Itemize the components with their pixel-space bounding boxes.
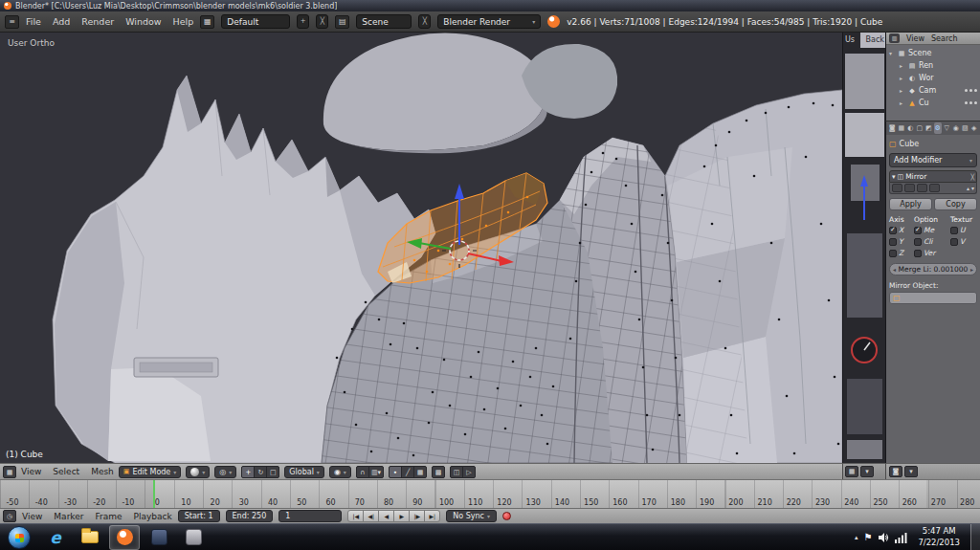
outliner-item-scene[interactable]: ▾ ▦ Scene [886, 47, 980, 59]
visibility-toggle-icons[interactable] [965, 101, 977, 104]
scene-icon[interactable]: ▤ [335, 15, 349, 29]
viewport-canvas[interactable] [0, 33, 842, 463]
render-engine-dropdown[interactable]: Blender Render ▾ [437, 14, 541, 29]
show-desktop-button[interactable] [970, 524, 980, 550]
vertex-select-icon[interactable]: ∙ [389, 466, 402, 478]
current-frame-field[interactable]: 1 [278, 510, 342, 522]
scene-dropdown[interactable]: Scene [356, 14, 412, 29]
properties-tab-icon[interactable]: ◈ [970, 122, 979, 134]
move-up-icon[interactable]: ▴ [967, 185, 969, 191]
start-button[interactable] [8, 526, 31, 549]
taskbar-app-icon-2[interactable] [178, 525, 209, 550]
axis-x-checkbox[interactable]: X [889, 226, 914, 234]
jump-to-end-button[interactable]: ▶| [424, 510, 440, 522]
scale-manipulator-icon[interactable]: □ [266, 466, 279, 478]
menu-item[interactable]: Render [81, 16, 114, 27]
expand-icon[interactable]: ▸ [900, 99, 905, 106]
properties-tab-icon[interactable]: ◐ [906, 122, 915, 134]
expand-icon[interactable]: ▾ [889, 50, 895, 56]
menu-item[interactable]: Select [53, 467, 79, 476]
properties-tab-icon[interactable]: ▽ [943, 122, 951, 134]
chevron-down-icon[interactable]: ▾ [860, 466, 874, 477]
add-layout-icon[interactable]: + [297, 14, 309, 29]
add-modifier-dropdown[interactable]: Add Modifier ▾ [889, 153, 977, 167]
expand-icon[interactable]: ▸ [900, 87, 905, 94]
3d-viewport[interactable]: User Ortho (1) Cube [0, 33, 842, 463]
translate-manipulator-icon[interactable]: + [241, 466, 255, 478]
mirror-object-field[interactable]: ▢ [889, 292, 977, 304]
properties-tab-icon[interactable]: ◙ [888, 122, 897, 134]
chevron-down-icon[interactable]: ▾ [904, 466, 918, 477]
occlude-geometry-icon[interactable]: ▩ [432, 466, 445, 478]
taskbar-clock[interactable]: 5:47 AM 7/22/2013 [913, 526, 965, 547]
editor-type-icon[interactable]: ▦ [845, 466, 858, 477]
proportional-edit-dropdown[interactable]: ◉ ▾ [329, 466, 351, 478]
properties-tab-icon[interactable]: ⚙ [934, 122, 943, 134]
menu-item[interactable]: View [21, 467, 41, 476]
taskbar-blender-icon[interactable] [109, 525, 140, 550]
option-vertexgroups-checkbox[interactable]: Ver [914, 249, 950, 257]
render-toggle-icon[interactable] [892, 184, 902, 192]
properties-tab-icon[interactable]: ◉ [952, 122, 961, 134]
texture-v-checkbox[interactable]: V [950, 237, 977, 246]
secondary-editor-strip[interactable]: Us Back [842, 33, 885, 463]
taskbar-app-icon-1[interactable] [144, 525, 174, 550]
snap-magnet-icon[interactable]: ∩ [356, 466, 369, 478]
option-merge-checkbox[interactable]: Me [914, 226, 950, 234]
frame-start-field[interactable]: Start: 1 [178, 510, 220, 522]
menu-item[interactable]: Help [173, 16, 194, 27]
viewport-toggle-icon[interactable] [904, 184, 915, 192]
editor-type-icon[interactable]: ▦ [3, 466, 16, 478]
play-button[interactable]: ▶ [393, 510, 410, 522]
outliner-item-renderlayers[interactable]: ▸ ▤ Ren [886, 59, 980, 72]
action-center-flag-icon[interactable]: ⚑ [863, 532, 872, 542]
expand-icon[interactable]: ▾ [892, 173, 896, 181]
menu-item[interactable]: Mesh [91, 467, 114, 476]
screen-layout-dropdown[interactable]: Default [221, 14, 290, 29]
editor-type-icon[interactable]: ◙ [889, 466, 902, 477]
merge-limit-field[interactable]: ◂ Merge Li: 0.001000 ▸ [889, 263, 977, 275]
editmode-toggle-icon[interactable] [917, 184, 927, 192]
copy-button[interactable]: Copy [934, 198, 977, 210]
outliner-view-menu[interactable]: View [906, 34, 924, 43]
outliner-item-camera[interactable]: ▸ ◆ Cam [886, 84, 980, 97]
taskbar-explorer-icon[interactable] [75, 525, 105, 550]
expand-icon[interactable]: ▸ [900, 75, 905, 81]
timeline-ruler[interactable]: -50-40-30-20-100102030405060708090100110… [0, 479, 980, 508]
menu-item[interactable]: File [26, 16, 41, 27]
menu-item[interactable]: Marker [54, 512, 83, 521]
increment-icon[interactable]: ▸ [970, 266, 973, 273]
sync-dropdown[interactable]: No Sync ▾ [446, 510, 497, 522]
editor-type-icon[interactable]: ◷ [3, 510, 16, 522]
apply-button[interactable]: Apply [889, 198, 932, 210]
axis-z-checkbox[interactable]: Z [889, 249, 914, 257]
snap-element-dropdown[interactable]: ▥▾ [368, 466, 384, 478]
hidden-icons-chevron[interactable]: ▴ [855, 534, 858, 541]
properties-tab-icon[interactable]: ▢ [916, 122, 924, 134]
prev-keyframe-button[interactable]: ◀| [363, 510, 379, 522]
face-select-icon[interactable]: ▦ [413, 466, 427, 478]
edge-select-icon[interactable]: ╱ [401, 466, 414, 478]
menu-item[interactable]: Playback [134, 512, 172, 521]
decrement-icon[interactable]: ◂ [893, 266, 896, 273]
axis-y-checkbox[interactable]: Y [889, 237, 914, 246]
frame-end-field[interactable]: End: 250 [226, 510, 274, 522]
taskbar-ie-icon[interactable]: e [40, 525, 71, 550]
opengl-render-icon[interactable]: ◫ [450, 466, 463, 478]
screen-layout-icon[interactable]: ▦ [200, 15, 214, 29]
menu-item[interactable]: Window [125, 16, 161, 27]
visibility-toggle-icons[interactable] [965, 89, 977, 92]
auto-keyframe-record-button[interactable] [502, 512, 511, 520]
delete-layout-icon[interactable]: ╳ [316, 14, 328, 29]
option-clipping-checkbox[interactable]: Cli [914, 237, 950, 246]
editor-type-icon[interactable]: ≡ [5, 15, 19, 29]
volume-icon[interactable] [878, 532, 889, 543]
cage-toggle-icon[interactable] [929, 184, 940, 192]
orientation-dropdown[interactable]: Global ▾ [284, 466, 324, 478]
network-icon[interactable] [895, 532, 907, 543]
properties-tab-icon[interactable]: ◩ [924, 122, 933, 134]
expand-icon[interactable]: ▸ [900, 62, 905, 69]
editor-type-icon[interactable]: ▥ [889, 33, 900, 43]
menu-item[interactable]: View [22, 512, 42, 521]
opengl-render-anim-icon[interactable]: ▷ [462, 466, 476, 478]
